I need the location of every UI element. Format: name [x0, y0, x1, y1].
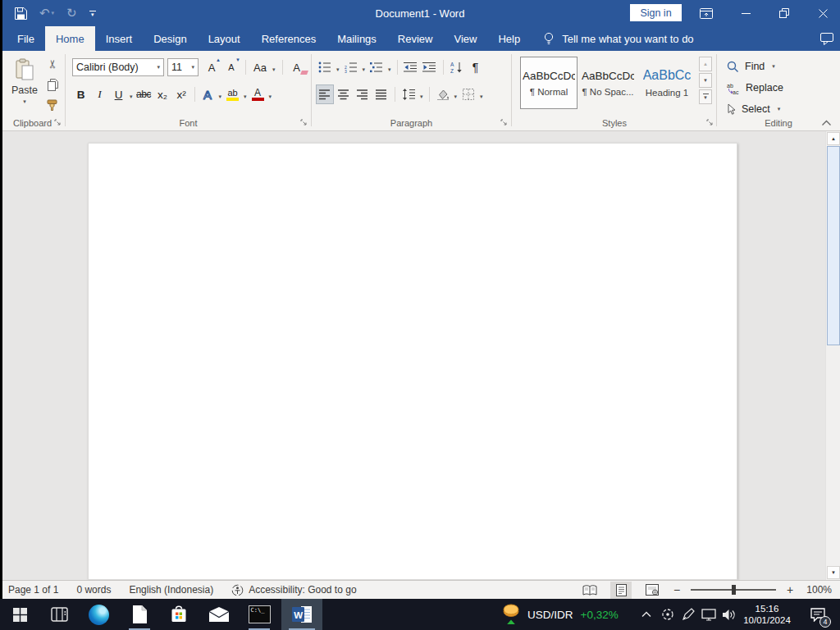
highlight-button[interactable]: ab — [224, 84, 241, 104]
bold-button[interactable]: B — [72, 84, 89, 104]
restore-button[interactable] — [772, 0, 797, 26]
text-effects-button[interactable]: A — [199, 84, 217, 104]
subscript-button[interactable]: x₂ — [154, 84, 171, 104]
shrink-font-button[interactable]: A▼ — [223, 58, 240, 76]
styles-dialog-launcher[interactable] — [705, 118, 714, 127]
taskbar-clock[interactable]: 15:16 10/01/2024 — [740, 599, 794, 630]
tab-review[interactable]: Review — [387, 26, 444, 51]
replace-button[interactable]: abac Replace — [727, 79, 783, 97]
underline-button[interactable]: U — [110, 84, 127, 104]
styles-scroll-up-button[interactable]: ▲ — [699, 57, 712, 71]
tab-view[interactable]: View — [443, 26, 487, 51]
tab-insert[interactable]: Insert — [95, 26, 144, 51]
clipboard-dialog-launcher[interactable] — [53, 118, 62, 127]
network-button[interactable] — [701, 599, 716, 630]
scroll-up-button[interactable]: ▲ — [827, 132, 840, 145]
styles-scroll-down-button[interactable]: ▼ — [699, 73, 712, 88]
page-count-status[interactable]: Page 1 of 1 — [8, 584, 58, 596]
print-layout-button[interactable] — [610, 582, 632, 599]
find-button[interactable]: Find ▾ — [727, 57, 775, 75]
styles-more-button[interactable]: ▼ — [699, 89, 712, 104]
currency-ticker[interactable]: USD/IDR +0,32% — [502, 599, 619, 630]
close-button[interactable] — [810, 0, 835, 26]
minimize-button[interactable] — [733, 0, 758, 26]
word-app-button[interactable]: W — [281, 599, 322, 630]
start-button[interactable] — [2, 599, 38, 630]
font-dialog-launcher[interactable] — [299, 118, 308, 127]
tab-help[interactable]: Help — [487, 26, 531, 51]
comments-button[interactable] — [820, 26, 833, 51]
task-view-button[interactable] — [41, 599, 77, 630]
borders-button[interactable] — [460, 85, 477, 103]
zoom-out-button[interactable]: − — [673, 583, 681, 596]
accessibility-status[interactable]: Accessibility: Good to go — [231, 584, 356, 596]
tab-file[interactable]: File — [7, 26, 45, 51]
microsoft-store-button[interactable] — [161, 599, 197, 630]
command-prompt-button[interactable]: C:\_ — [241, 599, 277, 630]
align-left-button[interactable] — [317, 85, 333, 103]
style-no-spacing[interactable]: AaBbCcDc ¶ No Spac... — [579, 57, 637, 109]
tray-expand-button[interactable] — [641, 599, 651, 630]
paste-button[interactable]: Paste ▾ — [7, 55, 43, 116]
collapse-ribbon-button[interactable] — [821, 120, 832, 126]
style-normal[interactable]: AaBbCcDc ¶ Normal — [520, 57, 578, 109]
tab-home[interactable]: Home — [45, 26, 95, 51]
italic-button[interactable]: I — [91, 84, 108, 104]
show-formatting-marks-button[interactable]: ¶ — [468, 58, 484, 76]
multilevel-list-button[interactable] — [368, 58, 385, 76]
strikethrough-button[interactable]: abc — [135, 84, 153, 104]
align-center-button[interactable] — [336, 85, 352, 103]
language-status[interactable]: English (Indonesia) — [129, 584, 213, 596]
numbering-button[interactable]: < text x="0" y="4">123 — [343, 58, 359, 76]
style-heading-1[interactable]: AaBbCc Heading 1 — [638, 57, 696, 109]
edge-browser-button[interactable] — [80, 599, 116, 630]
decrease-indent-button[interactable] — [403, 58, 419, 76]
select-button[interactable]: Select ▾ — [727, 100, 780, 118]
change-case-button[interactable]: Aa — [252, 58, 268, 76]
cut-button[interactable]: ✂ — [43, 56, 62, 72]
chevron-up-icon — [821, 120, 832, 126]
scroll-down-button[interactable]: ▼ — [827, 566, 840, 579]
paragraph-dialog-launcher[interactable] — [500, 118, 509, 127]
font-name-select[interactable]: Calibri (Body) ▾ — [72, 58, 164, 76]
tab-mailings[interactable]: Mailings — [326, 26, 387, 51]
action-center-button[interactable]: 4 — [802, 599, 833, 630]
sort-button[interactable]: AZ — [449, 58, 465, 76]
tell-me-box[interactable]: Tell me what you want to do — [544, 26, 693, 51]
bullets-button[interactable] — [317, 58, 333, 76]
document-app-button[interactable] — [121, 599, 158, 630]
vertical-scrollbar[interactable]: ▲ ▼ — [825, 131, 840, 580]
line-spacing-button[interactable] — [400, 85, 417, 103]
ribbon-display-options-button[interactable] — [694, 0, 719, 26]
style-name: ¶ Normal — [530, 87, 568, 97]
zoom-slider[interactable] — [691, 585, 776, 595]
web-layout-button[interactable] — [641, 582, 663, 599]
word-count-status[interactable]: 0 words — [76, 584, 111, 596]
grow-font-button[interactable]: A▲ — [203, 58, 220, 76]
zoom-level[interactable]: 100% — [804, 584, 832, 596]
pen-input-button[interactable] — [682, 599, 695, 630]
font-color-button[interactable]: A — [249, 84, 267, 104]
copy-button[interactable] — [43, 76, 62, 93]
clear-formatting-button[interactable]: A — [289, 58, 305, 76]
read-mode-button[interactable] — [579, 582, 600, 599]
superscript-button[interactable]: x² — [173, 84, 190, 104]
tray-status-button[interactable] — [661, 599, 674, 630]
sign-in-button[interactable]: Sign in — [630, 4, 682, 21]
document-page[interactable] — [88, 143, 737, 580]
volume-button[interactable] — [722, 599, 737, 630]
scrollbar-thumb[interactable] — [827, 146, 840, 345]
font-size-select[interactable]: 11 ▾ — [167, 58, 199, 76]
mail-app-button[interactable] — [201, 599, 237, 630]
tab-design[interactable]: Design — [143, 26, 197, 51]
align-right-button[interactable] — [354, 85, 371, 103]
edge-icon — [89, 605, 109, 625]
zoom-slider-handle[interactable] — [732, 585, 736, 595]
shading-button[interactable] — [435, 85, 451, 103]
tab-references[interactable]: References — [251, 26, 326, 51]
justify-button[interactable] — [373, 85, 390, 103]
increase-indent-button[interactable] — [422, 58, 438, 76]
format-painter-button[interactable] — [43, 97, 62, 113]
tab-layout[interactable]: Layout — [198, 26, 251, 51]
zoom-in-button[interactable]: + — [786, 583, 794, 596]
